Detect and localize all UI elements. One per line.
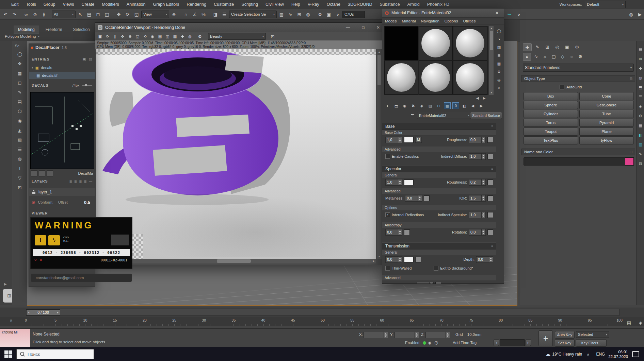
- undo-icon[interactable]: ↶: [1, 10, 10, 18]
- select-by-name-icon[interactable]: ▤: [85, 10, 93, 18]
- decal-atlas-view[interactable]: [30, 92, 94, 169]
- render-teapot-icon[interactable]: ◕: [515, 10, 523, 18]
- me-menu-utilities[interactable]: Utilities: [463, 19, 476, 23]
- enabled-alt-dot[interactable]: ◉: [428, 341, 432, 345]
- menu-octane[interactable]: Octane: [323, 0, 344, 9]
- extra-roughness-map-slot[interactable]: [435, 282, 441, 284]
- corner-play-icon[interactable]: ▶: [636, 10, 644, 18]
- trackbar-marker-icon[interactable]: I\: [10, 319, 12, 323]
- base-section-header[interactable]: Base≡: [382, 123, 496, 130]
- menu-substance[interactable]: Substance: [376, 0, 404, 9]
- menu-rendering[interactable]: Rendering: [183, 0, 210, 9]
- scene-explorer-icon[interactable]: ▤: [637, 45, 644, 53]
- menu-3dground[interactable]: 3DGROUND: [344, 0, 376, 9]
- base-roughness-map-slot[interactable]: [487, 137, 493, 143]
- systems-category[interactable]: ⚙: [577, 53, 584, 60]
- key-mode-icon[interactable]: ▤: [625, 319, 633, 327]
- selection-filter-dropdown[interactable]: All▾: [52, 11, 76, 18]
- render-canvas[interactable]: [96, 49, 376, 259]
- menu-edit[interactable]: Edit: [7, 0, 22, 9]
- key-mode-dropdown[interactable]: Selected▾: [576, 331, 609, 338]
- layer-stack-icon[interactable]: ≣: [74, 179, 77, 183]
- project-path-field[interactable]: C:\Us: [342, 11, 365, 18]
- minimize-button[interactable]: —: [465, 10, 472, 16]
- helpers-category[interactable]: ◇: [559, 53, 566, 60]
- background-icon[interactable]: ▩: [171, 33, 179, 40]
- eyedropper-icon[interactable]: ✒: [411, 112, 415, 117]
- select-by-material-icon[interactable]: ◎: [496, 76, 502, 83]
- material-browser-icon[interactable]: ◍: [637, 74, 644, 82]
- taskbar-search[interactable]: Поиск: [16, 349, 94, 359]
- split-panel-icon[interactable]: ◧: [637, 131, 644, 139]
- object-type-teapot[interactable]: Teapot: [524, 127, 578, 136]
- material-editor-titlebar[interactable]: Material Editor - EntrieMaterial02 — ✕: [382, 8, 504, 18]
- settings-panel-icon[interactable]: ⚙: [637, 112, 644, 120]
- sample-slot[interactable]: [419, 26, 453, 60]
- me-menu-modes[interactable]: Modes: [385, 19, 397, 23]
- menu-help[interactable]: Help: [288, 0, 304, 9]
- unlink-icon[interactable]: ⊘: [31, 10, 39, 18]
- camera-lock-icon[interactable]: ⊡: [269, 33, 276, 40]
- track-bar[interactable]: I\ 0510152025303540455055606570758085909…: [0, 317, 644, 326]
- ribbon-tab-freeform[interactable]: Freeform: [41, 25, 67, 34]
- ior-spinner[interactable]: 1,5: [469, 195, 486, 202]
- maximize-button[interactable]: □: [360, 24, 367, 31]
- compare-icon[interactable]: ◫: [164, 33, 171, 40]
- next-frame-arrow[interactable]: ▸: [57, 311, 59, 314]
- prev-frame-arrow[interactable]: ◂: [28, 311, 29, 314]
- assign-to-selection-icon[interactable]: ◉: [401, 102, 408, 109]
- make-unique-icon[interactable]: ◈: [418, 102, 425, 109]
- ribbon-tab-modeling[interactable]: Modeling: [14, 25, 39, 34]
- specular-section-header[interactable]: Specular≡: [382, 165, 496, 172]
- scroll-up-arrow[interactable]: ▲: [489, 26, 494, 30]
- menu-group[interactable]: Group: [40, 0, 59, 9]
- slot-next-arrow[interactable]: ▶: [483, 96, 486, 100]
- sphere-tool-icon[interactable]: ◯: [15, 50, 24, 58]
- restart-render-icon[interactable]: ⟳: [104, 33, 111, 40]
- named-selection-set-field[interactable]: Create Selection Se▾: [229, 11, 277, 18]
- primitives-dropdown[interactable]: Standard Primitives▾: [523, 64, 634, 72]
- transmission-weight-spinner[interactable]: 0,0: [385, 256, 402, 263]
- tray-chevron-icon[interactable]: ∧: [587, 353, 589, 356]
- object-type-tyflow[interactable]: tyFlow: [579, 136, 634, 144]
- expand-arrow-icon[interactable]: ▾: [32, 66, 33, 69]
- time-slider-track[interactable]: ◂ 0 / 100 ▸: [26, 309, 619, 316]
- object-name-field[interactable]: [524, 157, 626, 166]
- decal-m-button[interactable]: [31, 170, 37, 176]
- sample-slot[interactable]: [384, 26, 418, 60]
- offset-value[interactable]: 0.5: [84, 200, 90, 205]
- menu-panel-icon[interactable]: ☰: [637, 93, 644, 101]
- pause-render-icon[interactable]: ∥: [111, 33, 119, 40]
- create-tab[interactable]: ✚: [523, 43, 532, 51]
- focus-picker-icon[interactable]: ◉: [149, 33, 156, 40]
- annotate-panel-icon[interactable]: ✎: [637, 150, 644, 158]
- menu-create[interactable]: Create: [78, 0, 98, 9]
- display-tab[interactable]: ▣: [563, 43, 571, 51]
- bind-spacewarp-icon[interactable]: ≬: [40, 10, 48, 18]
- specular-roughness-spinner[interactable]: 0,2: [469, 179, 486, 186]
- object-type-tube[interactable]: Tube: [579, 110, 634, 118]
- menu-v-ray[interactable]: V-Ray: [304, 0, 323, 9]
- percent-snap-icon[interactable]: %: [199, 10, 208, 18]
- grid-tool-icon[interactable]: ▦: [15, 69, 24, 77]
- new-entry-icon[interactable]: ▣: [82, 57, 86, 61]
- menu-graph-editors[interactable]: Graph Editors: [149, 0, 183, 9]
- motion-tab[interactable]: ◎: [553, 43, 561, 51]
- x-coordinate-field[interactable]: [364, 332, 388, 338]
- object-type-textplus[interactable]: TextPlus: [524, 136, 578, 144]
- mirror-icon[interactable]: ◨: [211, 10, 220, 18]
- me-menu-navigation[interactable]: Navigation: [421, 19, 439, 23]
- z-coordinate-field[interactable]: [425, 332, 450, 338]
- reset-view-icon[interactable]: ⟲: [141, 33, 149, 40]
- object-type-rollout[interactable]: Object Type⊟: [521, 75, 635, 82]
- metalness-map-slot[interactable]: [424, 195, 430, 201]
- layer-row[interactable]: layer_1: [29, 188, 95, 196]
- menu-arnold[interactable]: Arnold: [404, 0, 423, 9]
- me-menu-material[interactable]: Material: [402, 19, 416, 23]
- hscroll-thumb[interactable]: [217, 259, 251, 263]
- enabled-green-dot[interactable]: [423, 341, 426, 345]
- geometry-category[interactable]: ●: [523, 53, 531, 61]
- add-pass-icon[interactable]: ✚: [179, 33, 186, 40]
- decal-size-slider[interactable]: [82, 85, 92, 86]
- scroll-down-arrow[interactable]: ▼: [377, 254, 382, 259]
